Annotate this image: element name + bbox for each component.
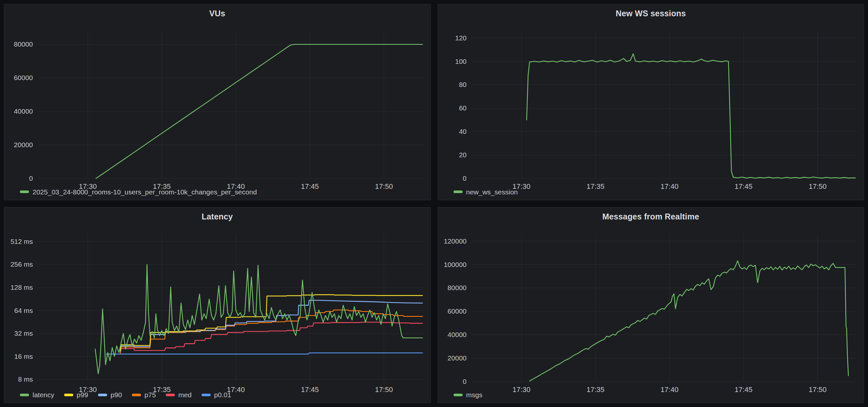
panel-title-vus[interactable]: VUs xyxy=(4,4,430,20)
chart-svg: 8 ms16 ms32 ms64 ms128 ms256 ms512 ms17:… xyxy=(4,223,430,397)
x-tick-label: 17:50 xyxy=(375,385,393,394)
y-tick-label: 20 xyxy=(459,151,466,159)
x-tick-label: 17:40 xyxy=(660,182,678,190)
x-tick-label: 17:30 xyxy=(79,182,97,190)
panel-messages-from-realtime: Messages from Realtime 02000040000600008… xyxy=(438,207,864,403)
y-tick-label: 20000 xyxy=(14,141,33,149)
y-tick-label: 60000 xyxy=(447,307,466,315)
x-tick-label: 17:35 xyxy=(153,385,170,394)
x-tick-label: 17:40 xyxy=(227,385,245,394)
new-ws-sessions-chart-canvas[interactable]: 02040608010012017:3017:3517:4017:4517:50 xyxy=(438,20,864,187)
y-tick-label: 0 xyxy=(463,378,467,385)
x-tick-label: 17:50 xyxy=(375,182,393,190)
vus-chart-canvas[interactable]: 02000040000600008000017:3017:3517:4017:4… xyxy=(4,20,430,187)
y-tick-label: 64 ms xyxy=(14,306,33,314)
panel-vus: VUs 02000040000600008000017:3017:3517:40… xyxy=(4,4,431,200)
y-tick-label: 80000 xyxy=(447,284,466,291)
x-tick-label: 17:45 xyxy=(301,182,319,190)
series-line-med xyxy=(121,322,423,353)
y-tick-label: 128 ms xyxy=(10,284,33,291)
panel-title-new-ws-sessions[interactable]: New WS sessions xyxy=(438,4,864,20)
y-tick-label: 256 ms xyxy=(10,260,33,268)
panel-new-ws-sessions: New WS sessions 02040608010012017:3017:3… xyxy=(438,4,864,200)
y-tick-label: 40 xyxy=(459,128,466,135)
y-tick-label: 8 ms xyxy=(18,375,33,383)
y-tick-label: 16 ms xyxy=(14,352,33,360)
x-tick-label: 17:40 xyxy=(660,385,678,394)
y-tick-label: 120000 xyxy=(443,237,466,245)
x-tick-label: 17:50 xyxy=(808,385,826,394)
chart-svg: 02000040000600008000017:3017:3517:4017:4… xyxy=(4,20,430,194)
y-tick-label: 120 xyxy=(455,34,466,42)
latency-chart-canvas[interactable]: 8 ms16 ms32 ms64 ms128 ms256 ms512 ms17:… xyxy=(4,223,430,390)
y-tick-label: 32 ms xyxy=(14,330,33,337)
y-tick-label: 20000 xyxy=(447,354,466,362)
messages-chart-canvas[interactable]: 02000040000600008000010000012000017:3017… xyxy=(438,223,864,390)
y-tick-label: 0 xyxy=(463,175,467,182)
series-line-new-ws-session xyxy=(526,54,855,178)
x-tick-label: 17:30 xyxy=(513,385,530,394)
x-tick-label: 17:35 xyxy=(586,182,604,190)
chart-svg: 02000040000600008000010000012000017:3017… xyxy=(438,223,864,397)
grafana-dashboard: VUs 02000040000600008000017:3017:3517:40… xyxy=(0,0,868,407)
y-tick-label: 40000 xyxy=(14,107,33,115)
x-tick-label: 17:45 xyxy=(735,182,752,190)
y-tick-label: 0 xyxy=(29,175,33,182)
panel-latency: Latency 8 ms16 ms32 ms64 ms128 ms256 ms5… xyxy=(4,207,431,403)
series-line-p0-01 xyxy=(106,353,423,354)
y-tick-label: 80 xyxy=(459,81,466,88)
x-tick-label: 17:45 xyxy=(735,385,752,394)
series-line-msgs xyxy=(529,261,848,381)
y-tick-label: 60 xyxy=(459,104,466,112)
x-tick-label: 17:30 xyxy=(513,182,530,190)
chart-svg: 02040608010012017:3017:3517:4017:4517:50 xyxy=(438,20,864,194)
series-line-latency xyxy=(95,264,422,374)
y-tick-label: 100000 xyxy=(443,260,466,268)
y-tick-label: 60000 xyxy=(14,74,33,82)
x-tick-label: 17:35 xyxy=(153,182,170,190)
x-tick-label: 17:40 xyxy=(227,182,245,190)
y-tick-label: 100 xyxy=(455,58,466,65)
panel-title-latency[interactable]: Latency xyxy=(4,208,430,223)
y-tick-label: 40000 xyxy=(447,331,466,338)
x-tick-label: 17:35 xyxy=(586,385,604,394)
panel-title-messages-from-realtime[interactable]: Messages from Realtime xyxy=(438,208,864,223)
x-tick-label: 17:50 xyxy=(808,182,826,190)
x-tick-label: 17:45 xyxy=(301,385,319,394)
x-tick-label: 17:30 xyxy=(79,385,97,394)
y-tick-label: 512 ms xyxy=(10,238,33,245)
y-tick-label: 80000 xyxy=(14,40,33,48)
